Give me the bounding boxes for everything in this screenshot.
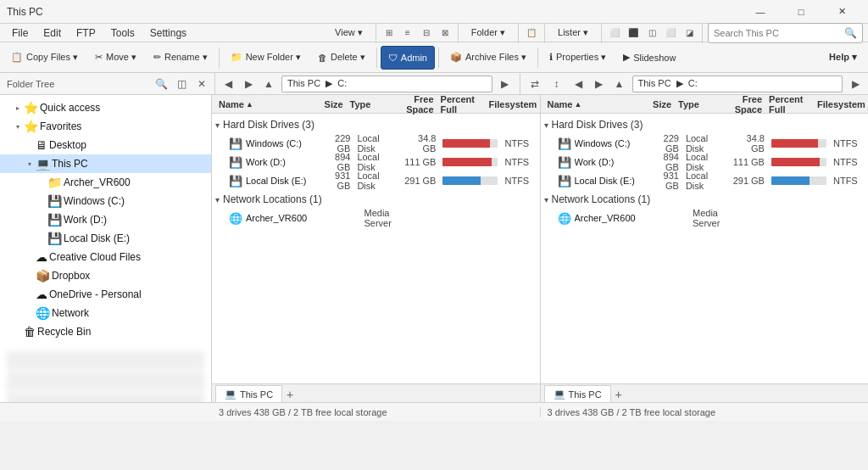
- right-network-section[interactable]: ▾ Network Locations (1): [541, 190, 869, 209]
- right-local-e-fs: NTFS: [830, 176, 865, 186]
- folder-tree[interactable]: ▸ ⭐ Quick access ▾ ⭐ Favorites 🖥 Desktop…: [0, 95, 212, 402]
- left-network-section[interactable]: ▾ Network Locations (1): [212, 190, 540, 209]
- sidebar-item-recycle-bin[interactable]: 🗑 Recycle Bin: [0, 322, 211, 341]
- folder-btn[interactable]: Folder ▾: [464, 21, 513, 45]
- right-windows-c-drive-name: Windows (C:): [575, 138, 648, 148]
- right-drive-windows-c[interactable]: 💾 Windows (C:) 229 GB Local Disk 34.8 GB…: [541, 134, 869, 153]
- archive-icon: 📦: [450, 52, 462, 63]
- lister-icon-3[interactable]: ◫: [644, 25, 659, 41]
- work-d-icon: 💾: [47, 213, 62, 227]
- archer-icon: 📁: [47, 176, 62, 189]
- local-disk-e-label: Local Disk (E:): [64, 232, 130, 244]
- view-icon-2[interactable]: ≡: [400, 25, 415, 41]
- left-tab[interactable]: 💻 This PC: [215, 385, 282, 402]
- slideshow-button[interactable]: ▶ Slideshow: [615, 46, 683, 70]
- right-col-free-header[interactable]: Free Space: [723, 95, 765, 115]
- right-work-d-fs: NTFS: [830, 157, 865, 167]
- sidebar-item-creative-cloud[interactable]: ☁ Creative Cloud Files: [0, 248, 211, 266]
- lister-btn[interactable]: Lister ▾: [550, 21, 596, 45]
- right-col-headers: Name ▲ Size Type Free Space Percent Full…: [541, 95, 869, 114]
- search-input[interactable]: [714, 28, 841, 38]
- archive-files-button[interactable]: 📦 Archive Files ▾: [442, 46, 534, 70]
- view-icon-3[interactable]: ⊟: [419, 25, 434, 41]
- right-drive-local-e[interactable]: 💾 Local Disk (E:) 931 GB Local Disk 291 …: [541, 171, 869, 190]
- left-drive-windows-c[interactable]: 💾 Windows (C:) 229 GB Local Disk 34.8 GB…: [212, 134, 540, 153]
- new-folder-button[interactable]: 📁 New Folder ▾: [223, 46, 309, 70]
- lister-icon-4[interactable]: ⬜: [663, 25, 678, 41]
- folder-tree-close-btn[interactable]: ✕: [192, 76, 211, 92]
- left-forward-btn[interactable]: ▶: [239, 76, 258, 92]
- menu-ftp[interactable]: FTP: [70, 25, 103, 41]
- view-icon-4[interactable]: ⊠: [437, 25, 453, 41]
- right-col-name-header[interactable]: Name ▲: [544, 99, 638, 109]
- close-button[interactable]: ✕: [822, 0, 861, 24]
- sidebar-item-favorites[interactable]: ▾ ⭐ Favorites: [0, 117, 211, 136]
- menu-tools[interactable]: Tools: [104, 25, 142, 41]
- col-free-header[interactable]: Free Space: [394, 95, 437, 115]
- folder-tree-search-btn[interactable]: 🔍: [152, 76, 170, 92]
- sidebar-item-windows-c[interactable]: 💾 Windows (C:): [0, 192, 211, 210]
- sidebar-item-onedrive[interactable]: ☁ OneDrive - Personal: [0, 285, 211, 304]
- copy-files-button[interactable]: 📋 Copy Files ▾: [3, 46, 86, 70]
- right-network-archer[interactable]: 🌐 Archer_VR600 Media Server: [541, 209, 869, 227]
- menu-edit[interactable]: Edit: [36, 25, 68, 41]
- left-up-btn[interactable]: ▲: [259, 76, 278, 92]
- right-up-btn[interactable]: ▲: [610, 76, 629, 92]
- right-drive-work-d[interactable]: 💾 Work (D:) 894 GB Local Disk 111 GB NTF…: [541, 153, 869, 171]
- right-back-btn[interactable]: ◀: [570, 76, 588, 92]
- right-swap-btn[interactable]: ⇄: [526, 76, 544, 92]
- right-col-fs-header[interactable]: Filesystem: [814, 99, 865, 109]
- sidebar-item-archer[interactable]: 📁 Archer_VR600: [0, 173, 211, 192]
- right-local-e-free: 291 GB: [728, 176, 768, 186]
- minimize-button[interactable]: —: [741, 0, 780, 24]
- folder-tree-toggle-btn[interactable]: ◫: [172, 76, 191, 92]
- col-name-header[interactable]: Name ▲: [215, 99, 309, 109]
- right-col-size-header[interactable]: Size: [638, 99, 675, 109]
- right-col-type-header[interactable]: Type: [675, 99, 723, 109]
- delete-button[interactable]: 🗑 Delete ▾: [310, 46, 373, 70]
- left-back-btn[interactable]: ◀: [219, 76, 237, 92]
- lister-icon-5[interactable]: ◪: [682, 25, 697, 41]
- lister-icon-2[interactable]: ⬛: [626, 25, 641, 41]
- sidebar-item-this-pc[interactable]: ▾ 💻 This PC: [0, 154, 211, 173]
- right-address-bar[interactable]: This PC ▶ C:: [632, 76, 843, 92]
- sidebar-item-dropbox[interactable]: 📦 Dropbox: [0, 266, 211, 285]
- right-col-pct-header[interactable]: Percent Full: [765, 95, 814, 115]
- col-pct-header[interactable]: Percent Full: [437, 95, 486, 115]
- view-icon-1[interactable]: ⊞: [381, 25, 397, 41]
- right-tab[interactable]: 💻 This PC: [544, 385, 611, 402]
- left-address-bar[interactable]: This PC ▶ C:: [281, 76, 492, 92]
- sidebar-item-quick-access[interactable]: ▸ ⭐ Quick access: [0, 98, 211, 117]
- col-type-header[interactable]: Type: [347, 99, 395, 109]
- left-hdd-section[interactable]: ▾ Hard Disk Drives (3): [212, 115, 540, 134]
- menu-file[interactable]: File: [5, 25, 35, 41]
- right-forward-btn[interactable]: ▶: [590, 76, 609, 92]
- move-button[interactable]: ✂ Move ▾: [87, 46, 144, 70]
- sidebar-item-desktop[interactable]: 🖥 Desktop: [0, 136, 211, 154]
- col-size-header[interactable]: Size: [309, 99, 346, 109]
- lister-icon-1[interactable]: ⬜: [607, 25, 622, 41]
- left-network-archer[interactable]: 🌐 Archer_VR600 Media Server: [212, 209, 540, 227]
- menu-settings[interactable]: Settings: [143, 25, 193, 41]
- admin-button[interactable]: 🛡 Admin: [381, 46, 435, 70]
- col-fs-header[interactable]: Filesystem: [486, 99, 537, 109]
- right-sync-btn[interactable]: ↕: [548, 76, 566, 92]
- help-button[interactable]: Help ▾: [821, 46, 865, 70]
- left-drive-local-e[interactable]: 💾 Local Disk (E:) 931 GB Local Disk 291 …: [212, 171, 540, 190]
- right-add-tab[interactable]: +: [611, 387, 626, 402]
- left-add-tab[interactable]: +: [282, 387, 298, 402]
- sidebar-item-network[interactable]: 🌐 Network: [0, 304, 211, 322]
- left-go-btn[interactable]: ▶: [496, 76, 515, 92]
- right-go-btn[interactable]: ▶: [846, 76, 865, 92]
- maximize-button[interactable]: □: [782, 0, 821, 24]
- sidebar-item-work-d[interactable]: 💾 Work (D:): [0, 210, 211, 229]
- folder-icon-1[interactable]: 📋: [524, 25, 539, 41]
- work-d-fs: NTFS: [501, 157, 536, 167]
- status-left-pane: 3 drives 438 GB / 2 TB free local storag…: [212, 407, 541, 417]
- sidebar-item-local-disk-e[interactable]: 💾 Local Disk (E:): [0, 229, 211, 248]
- rename-button[interactable]: ✏ Rename ▾: [146, 46, 215, 70]
- right-hdd-section[interactable]: ▾ Hard Disk Drives (3): [541, 115, 869, 134]
- view-btn[interactable]: View ▾: [327, 21, 370, 45]
- left-drive-work-d[interactable]: 💾 Work (D:) 894 GB Local Disk 111 GB NTF…: [212, 153, 540, 171]
- properties-button[interactable]: ℹ Properties ▾: [542, 46, 614, 70]
